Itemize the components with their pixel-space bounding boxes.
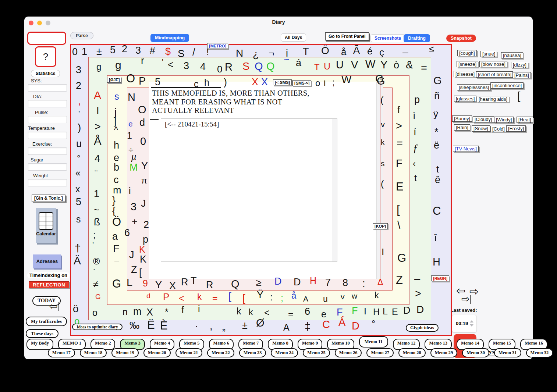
tag-short-of-breath[interactable]: [short of breath] <box>476 71 513 78</box>
tag-hearing-aids[interactable]: [hearing aids] <box>477 96 509 102</box>
memo-button-memo-19[interactable]: Memo 19 <box>111 348 139 357</box>
canvas-tag-metro[interactable]: [METRO] <box>207 43 228 49</box>
tag-sunny[interactable]: [Sunny] <box>452 115 472 122</box>
tag-cold[interactable]: [Cold] <box>490 126 507 132</box>
tag-glasses[interactable]: [glasses] <box>454 96 476 102</box>
screen: Diary Parse Mindmapping All Days Go to F… <box>0 0 557 392</box>
tv-news-button[interactable]: [TV-News] <box>453 146 479 152</box>
memo-button-memo-18[interactable]: Memo 18 <box>80 348 107 357</box>
memo-button-memo-21[interactable]: Memo 21 <box>175 348 203 357</box>
memo-button-memo-11[interactable]: Memo 11 <box>359 336 388 348</box>
canvas-labels: [METRO][ØJE][<-SMS][SMS->][KOP][REGN] <box>0 0 557 392</box>
tag-cloudy[interactable]: [Cloudy] <box>473 116 494 122</box>
ideas-to-optimize-diary-button[interactable]: Ideas to optimize diary <box>72 324 123 330</box>
canvas-tag-kop[interactable]: [KOP] <box>373 223 388 229</box>
memo-button-memo-29[interactable]: Memo 29 <box>430 348 458 357</box>
canvas-tag-sms[interactable]: [SMS->] <box>292 80 311 86</box>
canvas-tag-sms[interactable]: [<-SMS] <box>273 79 292 85</box>
tag-sleeplessnes[interactable]: [sleeplessnes] <box>457 84 491 90</box>
tag-cough[interactable]: [cough] <box>457 50 477 56</box>
memo-button-memo-31[interactable]: Memo 31 <box>494 348 521 357</box>
canvas-tag-øje[interactable]: [ØJE] <box>107 77 121 83</box>
memo-button-memo-30[interactable]: Memo 30 <box>462 348 489 357</box>
tag-frosty[interactable]: [Frosty] <box>506 125 526 132</box>
glyph-ideas-button[interactable]: Glyph-ideas <box>406 324 439 332</box>
memo-button-memo-24[interactable]: Memo 24 <box>271 348 298 357</box>
memo-button-memo-17[interactable]: Memo 17 <box>48 348 75 357</box>
memo-button-memo-20[interactable]: Memo 20 <box>143 348 171 357</box>
memo-button-memo-28[interactable]: Memo 28 <box>398 348 426 357</box>
tag-incontinence[interactable]: [incontinence] <box>490 82 524 89</box>
memo-row-2: Memo 17Memo 18Memo 19Memo 20Memo 21Memo … <box>48 348 553 357</box>
tag-rain[interactable]: [Rain] <box>454 124 470 131</box>
tag-heat[interactable]: [Heat] <box>517 117 533 123</box>
tag-windy[interactable]: [Windy] <box>494 117 514 123</box>
tag-snue[interactable]: [snue] <box>480 51 497 57</box>
tag-blow-nose[interactable]: [blow nose] <box>479 61 507 67</box>
tag-disease[interactable]: [disease] <box>454 71 476 77</box>
memo-button-memo-23[interactable]: Memo 23 <box>239 348 266 357</box>
tag-pains[interactable]: [Pains] <box>512 72 531 78</box>
canvas-tag-regn[interactable]: [REGN] <box>431 275 449 281</box>
tag-dizzy[interactable]: [dizzy] <box>511 62 528 68</box>
tag-snow[interactable]: [Snow] <box>472 125 490 132</box>
memo-button-memo-32[interactable]: Memo 32 <box>526 348 553 357</box>
memo-button-memo-22[interactable]: Memo 22 <box>207 348 234 357</box>
memo-button-memo-25[interactable]: Memo 25 <box>303 348 330 357</box>
memo-button-memo-27[interactable]: Memo 27 <box>366 348 394 357</box>
memo-button-memo-26[interactable]: Memo 26 <box>335 348 362 357</box>
tag-sneeze[interactable]: [sneeze] <box>457 61 478 67</box>
tag-nausea[interactable]: [nausea] <box>501 52 523 58</box>
